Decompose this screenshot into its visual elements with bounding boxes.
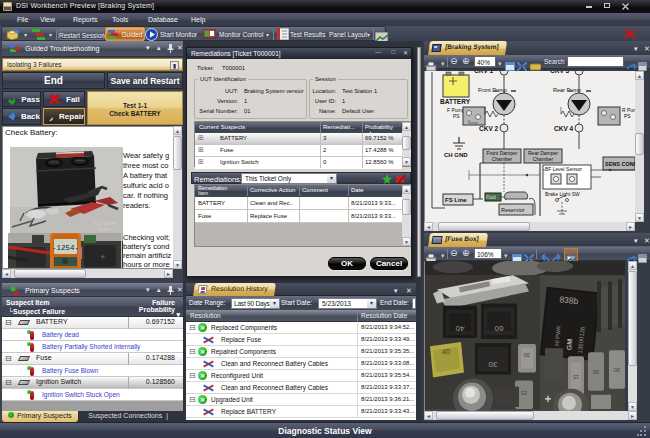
svg-text:60: 60 xyxy=(494,324,503,333)
svg-text:CKV 1: CKV 1 xyxy=(474,71,494,74)
svg-text:SENS CONN: SENS CONN xyxy=(605,161,635,167)
svg-text:Front Pump: Front Pump xyxy=(478,87,507,93)
svg-text:CH GND: CH GND xyxy=(444,152,468,158)
svg-text:30: 30 xyxy=(523,352,530,358)
svg-text:30: 30 xyxy=(592,369,599,375)
svg-text:CKV 4: CKV 4 xyxy=(554,125,574,132)
svg-text:40: 40 xyxy=(442,347,451,356)
svg-text:40: 40 xyxy=(455,324,464,333)
svg-text:Chamber: Chamber xyxy=(533,156,554,162)
svg-text:30: 30 xyxy=(613,367,620,373)
svg-text:CKV 2: CKV 2 xyxy=(479,125,499,132)
svg-text:PS: PS xyxy=(453,113,460,119)
svg-text:30: 30 xyxy=(488,360,497,369)
svg-text:CKV 3: CKV 3 xyxy=(550,71,570,74)
svg-text:BF Level Sensor: BF Level Sensor xyxy=(545,166,582,172)
svg-text:BATTERY: BATTERY xyxy=(440,98,471,105)
svg-text:Fluid: Fluid xyxy=(486,195,496,200)
svg-text:15: 15 xyxy=(572,374,579,380)
svg-text:Rear Pump: Rear Pump xyxy=(553,87,581,93)
svg-text:PS: PS xyxy=(624,113,631,119)
svg-text:Brake Light SW: Brake Light SW xyxy=(545,191,580,197)
svg-text:GM: GM xyxy=(565,338,573,350)
svg-text:FS Line: FS Line xyxy=(445,197,467,203)
svg-text:Chamber: Chamber xyxy=(492,156,513,162)
svg-text:25: 25 xyxy=(520,390,527,396)
svg-text:Reservior: Reservior xyxy=(501,207,525,213)
svg-text:838b: 838b xyxy=(559,294,579,306)
